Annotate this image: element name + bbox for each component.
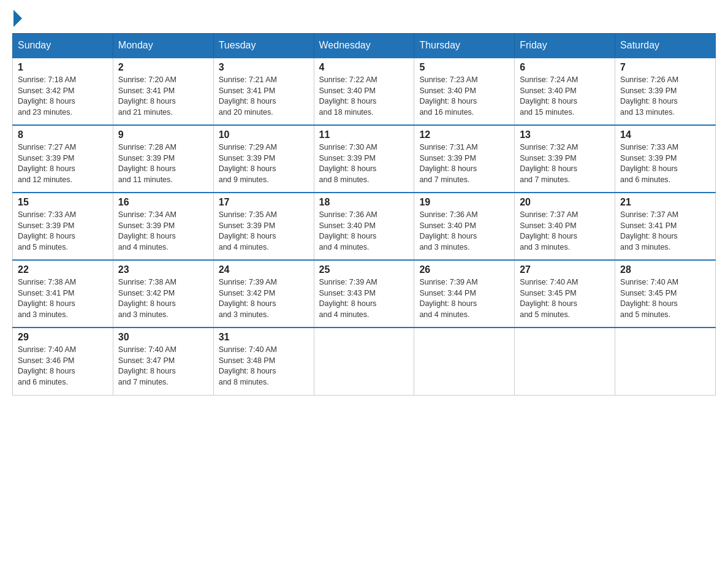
day-number: 31 bbox=[219, 332, 309, 343]
day-number: 28 bbox=[620, 264, 710, 275]
day-number: 6 bbox=[520, 62, 610, 73]
calendar-header-wednesday: Wednesday bbox=[314, 34, 414, 58]
day-info: Sunrise: 7:40 AMSunset: 3:45 PMDaylight:… bbox=[520, 277, 610, 320]
day-info: Sunrise: 7:28 AMSunset: 3:39 PMDaylight:… bbox=[118, 142, 208, 185]
week-row-1: 1Sunrise: 7:18 AMSunset: 3:42 PMDaylight… bbox=[13, 58, 716, 125]
day-info: Sunrise: 7:39 AMSunset: 3:44 PMDaylight:… bbox=[419, 277, 509, 320]
day-info: Sunrise: 7:39 AMSunset: 3:42 PMDaylight:… bbox=[219, 277, 309, 320]
calendar-cell: 18Sunrise: 7:36 AMSunset: 3:40 PMDayligh… bbox=[314, 193, 414, 260]
day-number: 5 bbox=[419, 62, 509, 73]
week-row-5: 29Sunrise: 7:40 AMSunset: 3:46 PMDayligh… bbox=[13, 327, 716, 395]
calendar-cell: 12Sunrise: 7:31 AMSunset: 3:39 PMDayligh… bbox=[414, 125, 515, 193]
day-info: Sunrise: 7:37 AMSunset: 3:41 PMDaylight:… bbox=[620, 210, 710, 253]
logo bbox=[12, 12, 22, 23]
calendar-cell: 21Sunrise: 7:37 AMSunset: 3:41 PMDayligh… bbox=[615, 193, 716, 260]
calendar-header-row: SundayMondayTuesdayWednesdayThursdayFrid… bbox=[13, 34, 716, 58]
day-info: Sunrise: 7:36 AMSunset: 3:40 PMDaylight:… bbox=[419, 210, 509, 253]
day-number: 29 bbox=[18, 332, 108, 343]
calendar-cell: 26Sunrise: 7:39 AMSunset: 3:44 PMDayligh… bbox=[414, 260, 515, 327]
calendar-cell: 27Sunrise: 7:40 AMSunset: 3:45 PMDayligh… bbox=[515, 260, 615, 327]
day-info: Sunrise: 7:18 AMSunset: 3:42 PMDaylight:… bbox=[18, 75, 108, 118]
calendar-cell: 9Sunrise: 7:28 AMSunset: 3:39 PMDaylight… bbox=[113, 125, 213, 193]
calendar-cell: 22Sunrise: 7:38 AMSunset: 3:41 PMDayligh… bbox=[13, 260, 113, 327]
day-info: Sunrise: 7:27 AMSunset: 3:39 PMDaylight:… bbox=[18, 142, 108, 185]
day-number: 23 bbox=[118, 264, 208, 275]
calendar-header-tuesday: Tuesday bbox=[213, 34, 314, 58]
calendar-cell: 30Sunrise: 7:40 AMSunset: 3:47 PMDayligh… bbox=[113, 327, 213, 395]
day-info: Sunrise: 7:23 AMSunset: 3:40 PMDaylight:… bbox=[419, 75, 509, 118]
day-info: Sunrise: 7:38 AMSunset: 3:42 PMDaylight:… bbox=[118, 277, 208, 320]
day-number: 3 bbox=[219, 62, 309, 73]
calendar-cell: 25Sunrise: 7:39 AMSunset: 3:43 PMDayligh… bbox=[314, 260, 414, 327]
day-info: Sunrise: 7:34 AMSunset: 3:39 PMDaylight:… bbox=[118, 210, 208, 253]
calendar-cell: 19Sunrise: 7:36 AMSunset: 3:40 PMDayligh… bbox=[414, 193, 515, 260]
day-info: Sunrise: 7:26 AMSunset: 3:39 PMDaylight:… bbox=[620, 75, 710, 118]
calendar-cell bbox=[414, 327, 515, 395]
day-number: 9 bbox=[118, 129, 208, 140]
day-number: 10 bbox=[219, 129, 309, 140]
calendar-header-sunday: Sunday bbox=[13, 34, 113, 58]
calendar-table: SundayMondayTuesdayWednesdayThursdayFrid… bbox=[12, 33, 716, 396]
day-info: Sunrise: 7:40 AMSunset: 3:48 PMDaylight:… bbox=[219, 345, 309, 388]
day-number: 2 bbox=[118, 62, 208, 73]
day-number: 4 bbox=[319, 62, 409, 73]
day-number: 11 bbox=[319, 129, 409, 140]
day-number: 18 bbox=[319, 197, 409, 208]
page-header bbox=[12, 12, 716, 23]
day-number: 12 bbox=[419, 129, 509, 140]
calendar-cell: 1Sunrise: 7:18 AMSunset: 3:42 PMDaylight… bbox=[13, 58, 113, 125]
calendar-cell: 15Sunrise: 7:33 AMSunset: 3:39 PMDayligh… bbox=[13, 193, 113, 260]
day-info: Sunrise: 7:24 AMSunset: 3:40 PMDaylight:… bbox=[520, 75, 610, 118]
calendar-cell: 10Sunrise: 7:29 AMSunset: 3:39 PMDayligh… bbox=[213, 125, 314, 193]
day-info: Sunrise: 7:29 AMSunset: 3:39 PMDaylight:… bbox=[219, 142, 309, 185]
calendar-cell bbox=[615, 327, 716, 395]
calendar-cell: 16Sunrise: 7:34 AMSunset: 3:39 PMDayligh… bbox=[113, 193, 213, 260]
calendar-header-monday: Monday bbox=[113, 34, 213, 58]
day-info: Sunrise: 7:35 AMSunset: 3:39 PMDaylight:… bbox=[219, 210, 309, 253]
calendar-cell: 2Sunrise: 7:20 AMSunset: 3:41 PMDaylight… bbox=[113, 58, 213, 125]
day-info: Sunrise: 7:38 AMSunset: 3:41 PMDaylight:… bbox=[18, 277, 108, 320]
calendar-cell: 31Sunrise: 7:40 AMSunset: 3:48 PMDayligh… bbox=[213, 327, 314, 395]
calendar-cell: 17Sunrise: 7:35 AMSunset: 3:39 PMDayligh… bbox=[213, 193, 314, 260]
calendar-cell: 11Sunrise: 7:30 AMSunset: 3:39 PMDayligh… bbox=[314, 125, 414, 193]
calendar-cell: 20Sunrise: 7:37 AMSunset: 3:40 PMDayligh… bbox=[515, 193, 615, 260]
day-number: 1 bbox=[18, 62, 108, 73]
calendar-cell: 7Sunrise: 7:26 AMSunset: 3:39 PMDaylight… bbox=[615, 58, 716, 125]
day-number: 24 bbox=[219, 264, 309, 275]
day-info: Sunrise: 7:33 AMSunset: 3:39 PMDaylight:… bbox=[18, 210, 108, 253]
calendar-cell: 28Sunrise: 7:40 AMSunset: 3:45 PMDayligh… bbox=[615, 260, 716, 327]
day-number: 25 bbox=[319, 264, 409, 275]
calendar-cell bbox=[515, 327, 615, 395]
week-row-4: 22Sunrise: 7:38 AMSunset: 3:41 PMDayligh… bbox=[13, 260, 716, 327]
calendar-header-saturday: Saturday bbox=[615, 34, 716, 58]
calendar-cell: 14Sunrise: 7:33 AMSunset: 3:39 PMDayligh… bbox=[615, 125, 716, 193]
day-number: 21 bbox=[620, 197, 710, 208]
day-info: Sunrise: 7:40 AMSunset: 3:45 PMDaylight:… bbox=[620, 277, 710, 320]
day-info: Sunrise: 7:31 AMSunset: 3:39 PMDaylight:… bbox=[419, 142, 509, 185]
day-number: 22 bbox=[18, 264, 108, 275]
calendar-header-thursday: Thursday bbox=[414, 34, 515, 58]
day-number: 17 bbox=[219, 197, 309, 208]
day-number: 16 bbox=[118, 197, 208, 208]
day-info: Sunrise: 7:40 AMSunset: 3:46 PMDaylight:… bbox=[18, 345, 108, 388]
calendar-cell: 5Sunrise: 7:23 AMSunset: 3:40 PMDaylight… bbox=[414, 58, 515, 125]
day-info: Sunrise: 7:36 AMSunset: 3:40 PMDaylight:… bbox=[319, 210, 409, 253]
calendar-header-friday: Friday bbox=[515, 34, 615, 58]
day-info: Sunrise: 7:39 AMSunset: 3:43 PMDaylight:… bbox=[319, 277, 409, 320]
day-info: Sunrise: 7:20 AMSunset: 3:41 PMDaylight:… bbox=[118, 75, 208, 118]
week-row-3: 15Sunrise: 7:33 AMSunset: 3:39 PMDayligh… bbox=[13, 193, 716, 260]
week-row-2: 8Sunrise: 7:27 AMSunset: 3:39 PMDaylight… bbox=[13, 125, 716, 193]
day-number: 30 bbox=[118, 332, 208, 343]
calendar-cell: 4Sunrise: 7:22 AMSunset: 3:40 PMDaylight… bbox=[314, 58, 414, 125]
day-number: 20 bbox=[520, 197, 610, 208]
calendar-cell: 29Sunrise: 7:40 AMSunset: 3:46 PMDayligh… bbox=[13, 327, 113, 395]
calendar-cell: 3Sunrise: 7:21 AMSunset: 3:41 PMDaylight… bbox=[213, 58, 314, 125]
calendar-cell bbox=[314, 327, 414, 395]
day-number: 13 bbox=[520, 129, 610, 140]
day-info: Sunrise: 7:22 AMSunset: 3:40 PMDaylight:… bbox=[319, 75, 409, 118]
day-number: 7 bbox=[620, 62, 710, 73]
day-info: Sunrise: 7:21 AMSunset: 3:41 PMDaylight:… bbox=[219, 75, 309, 118]
day-number: 14 bbox=[620, 129, 710, 140]
calendar-cell: 8Sunrise: 7:27 AMSunset: 3:39 PMDaylight… bbox=[13, 125, 113, 193]
calendar-cell: 6Sunrise: 7:24 AMSunset: 3:40 PMDaylight… bbox=[515, 58, 615, 125]
